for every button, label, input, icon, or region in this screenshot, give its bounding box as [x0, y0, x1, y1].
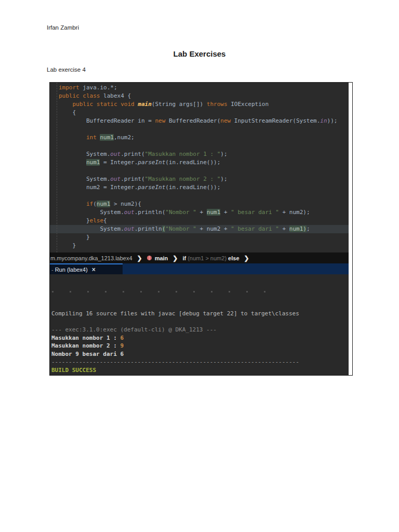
code-line[interactable] [50, 125, 349, 134]
code-line[interactable]: public static void main(String args[]) t… [50, 100, 349, 109]
console-line: Compiling 16 source files with javac [de… [51, 310, 349, 318]
code-line[interactable] [50, 142, 349, 150]
code-line[interactable]: if(num1 > num2){ [50, 200, 349, 208]
chevron-right-icon: ❯ [137, 255, 142, 262]
output-tab-bar: - Run (labex4) × [50, 263, 349, 274]
console-line: --- exec:3.1.0:exec (default-cli) @ DKA_… [51, 326, 349, 334]
code-line[interactable]: System.out.print("Masukkan nombor 2 : ")… [50, 175, 349, 183]
page-title: Lab Exercises [0, 49, 399, 58]
method-icon [147, 256, 152, 260]
code-line[interactable]: BufferedReader in = new BufferedReader(n… [50, 117, 349, 125]
console-line [51, 318, 349, 326]
code-line[interactable] [50, 192, 349, 200]
console-line: Masukkan nombor 1 : 6 [51, 334, 349, 342]
output-tab-label: Run (labex4) [55, 267, 88, 273]
screenshot-frame: import java.io.*;public class labex4 { p… [49, 82, 353, 376]
breadcrumb-method-label: main [155, 255, 168, 261]
chevron-right-icon: ❯ [244, 255, 249, 262]
code-line[interactable]: }else{ [50, 217, 349, 225]
console-line: ----------------------------------------… [51, 374, 349, 375]
tab-strip-empty [123, 263, 349, 274]
section-label: Lab exercise 4 [47, 66, 86, 73]
code-line[interactable]: import java.io.*; [50, 84, 349, 92]
breadcrumb-method[interactable]: main [147, 255, 168, 261]
code-editor[interactable]: import java.io.*;public class labex4 { p… [50, 83, 349, 252]
output-console[interactable]: Compiling 16 source files with javac [de… [50, 274, 349, 375]
ide-screenshot: import java.io.*;public class labex4 { p… [50, 83, 349, 375]
code-line[interactable]: num1 = Integer.parseInt(in.readLine()); [50, 158, 349, 167]
console-line: Nombor 9 besar dari 6 [51, 350, 349, 358]
breadcrumb-if-else[interactable]: if (num1 > num2) else [182, 255, 239, 261]
output-tab-run[interactable]: - Run (labex4) × [50, 263, 123, 274]
code-line[interactable]: { [50, 109, 349, 117]
code-line[interactable]: System.out.println("Nombor " + num1 + " … [50, 208, 349, 217]
console-line: Masukkan nombor 2 : 9 [51, 342, 349, 350]
breadcrumb-bar[interactable]: m.mycompany.dka_1213.labex4❯main❯if (num… [50, 252, 349, 263]
code-line[interactable]: } [50, 242, 349, 250]
breadcrumb-package[interactable]: m.mycompany.dka_1213.labex4 [50, 255, 132, 261]
code-line[interactable]: int num1,num2; [50, 134, 349, 142]
close-icon[interactable]: × [92, 266, 96, 273]
code-line[interactable]: public class labex4 { [50, 92, 349, 100]
code-line[interactable]: num2 = Integer.parseInt(in.readLine()); [50, 183, 349, 192]
console-line: BUILD SUCCESS [51, 366, 349, 375]
editor-gutter [50, 83, 57, 252]
code-line[interactable]: } [50, 233, 349, 242]
code-line[interactable]: System.out.print("Masukkan nombor 1 : ")… [50, 150, 349, 158]
code-area: import java.io.*;public class labex4 { p… [50, 84, 349, 250]
document-page: { "document": { "author": "Irfan Zambri"… [0, 0, 399, 532]
author-name: Irfan Zambri [47, 24, 79, 31]
code-line[interactable] [50, 167, 349, 175]
tab-edge-fragment: - [51, 267, 54, 273]
chevron-right-icon: ❯ [172, 255, 178, 262]
clipped-output-line [52, 291, 275, 292]
console-line: ----------------------------------------… [51, 358, 349, 366]
code-line[interactable]: System.out.println("Nombor " + num2 + " … [50, 225, 349, 233]
console-lines: Compiling 16 source files with javac [de… [51, 310, 349, 375]
